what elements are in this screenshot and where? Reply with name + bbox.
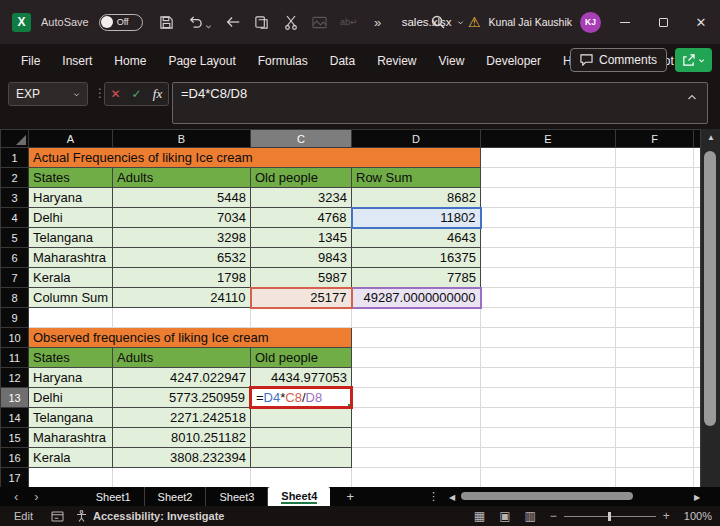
user-name[interactable]: Kunal Jai Kaushik: [489, 16, 572, 28]
row-header-6[interactable]: 6: [1, 248, 29, 268]
cell-A14[interactable]: Telangana: [29, 408, 113, 428]
cell-B17[interactable]: [113, 468, 251, 488]
back-arrow-icon[interactable]: [225, 14, 241, 30]
cell-F17[interactable]: [616, 468, 694, 488]
add-sheet-button[interactable]: +: [330, 487, 370, 506]
cell-F9[interactable]: [616, 308, 694, 328]
cell-E16[interactable]: [481, 448, 616, 468]
cell-B12[interactable]: 4247.022947: [113, 368, 251, 388]
zoom-level[interactable]: 100%: [684, 510, 712, 522]
horizontal-scroll-thumb[interactable]: [461, 492, 633, 500]
row-header-9[interactable]: 9: [1, 308, 29, 328]
row-header-15[interactable]: 15: [1, 428, 29, 448]
close-button[interactable]: ✕: [682, 0, 720, 44]
cell-B3[interactable]: 5448: [113, 188, 251, 208]
warning-icon[interactable]: ⚠: [468, 15, 481, 29]
ribbon-tab-page-layout[interactable]: Page Layout: [157, 44, 246, 77]
vertical-scroll-thumb[interactable]: [704, 151, 716, 426]
sheet-tab-sheet1[interactable]: Sheet1: [83, 487, 145, 506]
cell-A10[interactable]: Observed frequencies of liking Ice cream: [29, 328, 352, 348]
cell-E7[interactable]: [481, 268, 616, 288]
row-header-4[interactable]: 4: [1, 208, 29, 228]
share-button[interactable]: [675, 48, 712, 72]
save-icon[interactable]: [159, 14, 175, 30]
cell-F10[interactable]: [616, 328, 694, 348]
cell-F16[interactable]: [616, 448, 694, 468]
cell-C11[interactable]: Old people: [251, 348, 352, 368]
cell-B15[interactable]: 8010.251182: [113, 428, 251, 448]
col-header-E[interactable]: E: [481, 130, 616, 148]
row-header-1[interactable]: 1: [1, 148, 29, 168]
ribbon-tab-view[interactable]: View: [428, 44, 476, 77]
next-sheet-icon[interactable]: ›: [34, 490, 38, 503]
confirm-entry-icon[interactable]: ✓: [126, 83, 147, 105]
maximize-button[interactable]: [644, 0, 682, 44]
vertical-scrollbar[interactable]: ▲: [700, 129, 720, 487]
col-header-B[interactable]: B: [113, 130, 251, 148]
cell-B9[interactable]: [113, 308, 251, 328]
ribbon-tab-formulas[interactable]: Formulas: [247, 44, 319, 77]
copy-icon[interactable]: [254, 14, 270, 30]
ribbon-tab-developer[interactable]: Developer: [475, 44, 552, 77]
cell-D11[interactable]: [352, 348, 481, 368]
macro-record-icon[interactable]: [51, 511, 64, 522]
cell-E4[interactable]: [481, 208, 616, 228]
cell-A9[interactable]: [29, 308, 113, 328]
cell-B6[interactable]: 6532: [113, 248, 251, 268]
scroll-right-icon[interactable]: ▶: [694, 493, 700, 502]
cell-C3[interactable]: 3234: [251, 188, 352, 208]
cell-D14[interactable]: [352, 408, 481, 428]
autosave-toggle[interactable]: Off: [99, 14, 143, 31]
col-header-C[interactable]: C: [251, 130, 352, 148]
name-box[interactable]: EXP: [8, 82, 88, 106]
cell-B14[interactable]: 2271.242518: [113, 408, 251, 428]
formula-input[interactable]: =D4*C8/D8: [172, 82, 708, 124]
sheet-tab-sheet3[interactable]: Sheet3: [206, 487, 268, 506]
row-header-2[interactable]: 2: [1, 168, 29, 188]
cell-F7[interactable]: [616, 268, 694, 288]
minimize-button[interactable]: [606, 0, 644, 44]
sheet-bar-overflow-icon[interactable]: ⋮: [428, 490, 439, 503]
cell-D4[interactable]: 11802: [352, 208, 481, 228]
scroll-up-icon[interactable]: ▲: [701, 129, 720, 145]
zoom-slider[interactable]: [564, 516, 656, 517]
replace-icon[interactable]: ab↵: [341, 14, 357, 30]
cell-F3[interactable]: [616, 188, 694, 208]
cell-C13[interactable]: =D4*C8/D8: [251, 388, 352, 408]
cell-F8[interactable]: [616, 288, 694, 308]
cell-D3[interactable]: 8682: [352, 188, 481, 208]
cell-C12[interactable]: 4434.977053: [251, 368, 352, 388]
cell-A2[interactable]: States: [29, 168, 113, 188]
zoom-slider-thumb[interactable]: [608, 512, 611, 521]
cell-F14[interactable]: [616, 408, 694, 428]
row-header-12[interactable]: 12: [1, 368, 29, 388]
cell-A7[interactable]: Kerala: [29, 268, 113, 288]
cell-E8[interactable]: [481, 288, 616, 308]
row-header-17[interactable]: 17: [1, 468, 29, 488]
sheet-tab-sheet4[interactable]: Sheet4: [268, 487, 330, 506]
cell-C7[interactable]: 5987: [251, 268, 352, 288]
cell-C17[interactable]: [251, 468, 352, 488]
cell-D12[interactable]: [352, 368, 481, 388]
row-header-16[interactable]: 16: [1, 448, 29, 468]
cell-D17[interactable]: [352, 468, 481, 488]
cell-F15[interactable]: [616, 428, 694, 448]
cell-E12[interactable]: [481, 368, 616, 388]
cell-A8[interactable]: Column Sum: [29, 288, 113, 308]
undo-icon[interactable]: [188, 14, 204, 30]
accessibility-status[interactable]: Accessibility: Investigate: [93, 510, 224, 522]
cell-F13[interactable]: [616, 388, 694, 408]
col-header-F[interactable]: F: [616, 130, 694, 148]
cell-B11[interactable]: Adults: [113, 348, 251, 368]
page-break-view-icon[interactable]: ▥: [524, 510, 535, 522]
cell-A16[interactable]: Kerala: [29, 448, 113, 468]
cell-B16[interactable]: 3808.232394: [113, 448, 251, 468]
row-header-11[interactable]: 11: [1, 348, 29, 368]
sheet-tab-sheet2[interactable]: Sheet2: [145, 487, 207, 506]
cell-A6[interactable]: Maharashtra: [29, 248, 113, 268]
cell-B4[interactable]: 7034: [113, 208, 251, 228]
cell-E11[interactable]: [481, 348, 616, 368]
prev-sheet-icon[interactable]: ‹: [14, 490, 18, 503]
cell-C2[interactable]: Old people: [251, 168, 352, 188]
ribbon-tab-home[interactable]: Home: [103, 44, 157, 77]
